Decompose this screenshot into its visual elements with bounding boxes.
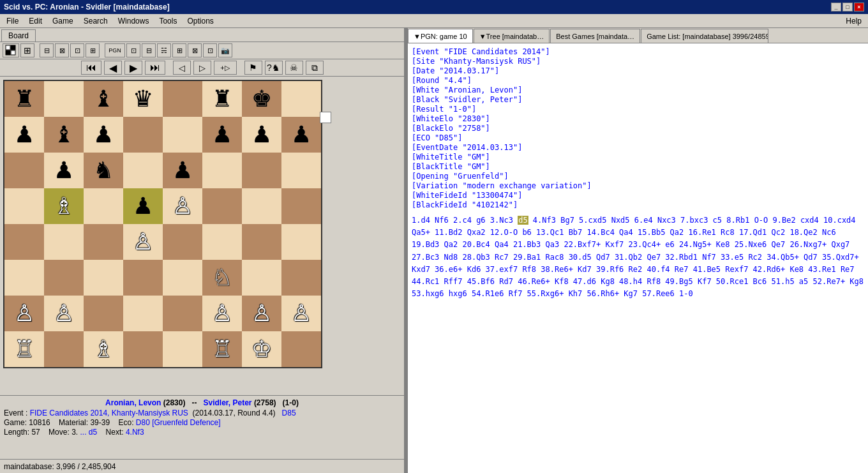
sq-d5[interactable]: ♟ xyxy=(123,188,163,224)
sq-f3[interactable]: ♘ xyxy=(202,260,242,296)
close-button[interactable]: × xyxy=(854,3,864,11)
sq-e1[interactable] xyxy=(163,331,202,367)
menu-search[interactable]: Search xyxy=(79,15,113,27)
tb-btn-10[interactable]: ⊡ xyxy=(203,43,217,57)
minimize-button[interactable]: _ xyxy=(831,3,841,11)
tab-tree[interactable]: ▼Tree [maindatab… xyxy=(474,29,550,43)
nav-var-back[interactable]: ◁ xyxy=(173,61,191,75)
next-move[interactable]: 4.Nf3 xyxy=(126,428,144,437)
tb-btn-3[interactable]: ⊡ xyxy=(70,43,84,57)
menu-file[interactable]: File xyxy=(1,15,24,27)
tb-btn-6[interactable]: ⊟ xyxy=(142,43,156,57)
nav-prev[interactable]: ◀ xyxy=(104,61,122,75)
sq-g7[interactable]: ♟ xyxy=(242,117,281,153)
move-notation[interactable]: d5 xyxy=(89,428,97,437)
sq-c5[interactable] xyxy=(84,188,123,224)
sq-h5[interactable] xyxy=(281,188,321,224)
tab-pgn[interactable]: ▼PGN: game 10 xyxy=(408,29,473,43)
tb-btn-2[interactable]: ⊠ xyxy=(55,43,69,57)
sq-a3[interactable] xyxy=(4,260,44,296)
nav-var-plus[interactable]: +▷ xyxy=(214,61,237,75)
sq-a7[interactable]: ♟ xyxy=(4,117,44,153)
nav-skull[interactable]: ☠ xyxy=(285,61,303,75)
setup-icon[interactable]: ⊞ xyxy=(20,43,34,57)
sq-g6[interactable] xyxy=(242,153,281,188)
tb-btn-4[interactable]: ⊞ xyxy=(86,43,100,57)
sq-d6[interactable] xyxy=(123,153,163,188)
menu-options[interactable]: Options xyxy=(182,15,218,27)
chess-board[interactable]: ♜ ♝ ♛ ♜ ♚ ♟ ♝ ♟ ♟ ♟ ♟ xyxy=(3,80,322,368)
tab-best-games[interactable]: Best Games [maindata… xyxy=(550,29,640,43)
sq-f4[interactable] xyxy=(202,224,242,260)
sq-d8[interactable]: ♛ xyxy=(123,81,163,117)
sq-b4[interactable] xyxy=(44,224,84,260)
sq-c4[interactable] xyxy=(84,224,123,260)
sq-b8[interactable] xyxy=(44,81,84,117)
sq-e6[interactable]: ♟ xyxy=(163,153,202,188)
nav-copy[interactable]: ⧉ xyxy=(306,61,324,75)
sq-f5[interactable] xyxy=(202,188,242,224)
sq-c3[interactable] xyxy=(84,260,123,296)
sq-g4[interactable] xyxy=(242,224,281,260)
sq-e3[interactable] xyxy=(163,260,202,296)
sq-f2[interactable]: ♙ xyxy=(202,296,242,331)
sq-f6[interactable] xyxy=(202,153,242,188)
sq-f8[interactable]: ♜ xyxy=(202,81,242,117)
sq-c8[interactable]: ♝ xyxy=(84,81,123,117)
sq-h2[interactable]: ♙ xyxy=(281,296,321,331)
eco-link[interactable]: D85 xyxy=(282,409,296,417)
sq-e8[interactable] xyxy=(163,81,202,117)
nav-var-fwd[interactable]: ▷ xyxy=(193,61,211,75)
sq-a8[interactable]: ♜ xyxy=(4,81,44,117)
sq-g8[interactable]: ♚ xyxy=(242,81,281,117)
sq-e2[interactable] xyxy=(163,296,202,331)
sq-b3[interactable] xyxy=(44,260,84,296)
sq-b1[interactable] xyxy=(44,331,84,367)
maximize-button[interactable]: □ xyxy=(842,3,853,11)
sq-e7[interactable] xyxy=(163,117,202,153)
menu-windows[interactable]: Windows xyxy=(113,15,154,27)
sq-a5[interactable] xyxy=(4,188,44,224)
sq-c1[interactable]: ♗ xyxy=(84,331,123,367)
sq-d7[interactable] xyxy=(123,117,163,153)
black-player-name[interactable]: Svidler, Peter xyxy=(203,398,251,407)
menu-help[interactable]: Help xyxy=(841,15,867,27)
menu-edit[interactable]: Edit xyxy=(24,15,47,27)
sq-h3[interactable] xyxy=(281,260,321,296)
sq-a2[interactable]: ♙ xyxy=(4,296,44,331)
event-value[interactable]: FIDE Candidates 2014, Khanty-Mansiysk RU… xyxy=(30,409,188,417)
sq-g2[interactable]: ♙ xyxy=(242,296,281,331)
menu-game[interactable]: Game xyxy=(47,15,79,27)
nav-last[interactable]: ⏭ xyxy=(145,61,165,75)
tb-btn-1[interactable]: ⊟ xyxy=(40,43,54,57)
sq-c6[interactable]: ♞ xyxy=(84,153,123,188)
tb-btn-5[interactable]: ⊡ xyxy=(126,43,140,57)
sq-e4[interactable] xyxy=(163,224,202,260)
sq-h4[interactable] xyxy=(281,224,321,260)
sq-d4[interactable]: ♙ xyxy=(123,224,163,260)
sq-e5[interactable]: ♙ xyxy=(163,188,202,224)
sq-a6[interactable] xyxy=(4,153,44,188)
sq-b7[interactable]: ♝ xyxy=(44,117,84,153)
white-player-name[interactable]: Aronian, Levon xyxy=(105,398,161,407)
sq-c2[interactable] xyxy=(84,296,123,331)
sq-a1[interactable]: ♖ xyxy=(4,331,44,367)
tab-board[interactable]: Board xyxy=(1,29,36,41)
sq-f1[interactable]: ♖ xyxy=(202,331,242,367)
sq-h1[interactable] xyxy=(281,331,321,367)
sq-h7[interactable]: ♟ xyxy=(281,117,321,153)
tb-camera[interactable]: 📷 xyxy=(218,43,232,57)
nav-flag[interactable]: ⚑ xyxy=(244,61,262,75)
board-icon[interactable] xyxy=(3,43,19,57)
sq-b2[interactable]: ♙ xyxy=(44,296,84,331)
nav-next[interactable]: ▶ xyxy=(124,61,142,75)
nav-question[interactable]: ?♞ xyxy=(265,61,283,75)
tb-btn-8[interactable]: ⊞ xyxy=(172,43,186,57)
sq-d3[interactable] xyxy=(123,260,163,296)
eco-value[interactable]: D80 [Gruenfeld Defence] xyxy=(136,418,221,427)
sq-h6[interactable] xyxy=(281,153,321,188)
sq-b6[interactable]: ♟ xyxy=(44,153,84,188)
tb-btn-7[interactable]: ☵ xyxy=(157,43,171,57)
sq-g5[interactable] xyxy=(242,188,281,224)
sq-g1[interactable]: ♔ xyxy=(242,331,281,367)
